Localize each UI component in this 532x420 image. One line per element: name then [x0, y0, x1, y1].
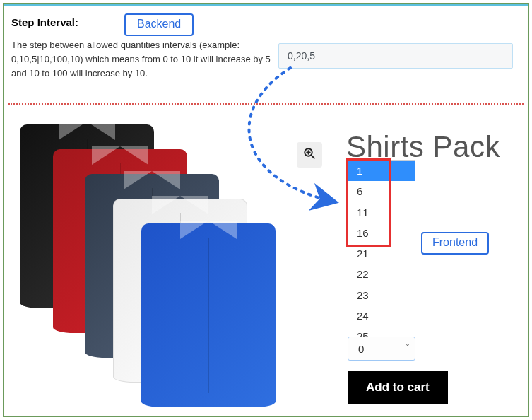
list-item[interactable]: 1 [348, 161, 415, 181]
list-item[interactable]: 11 [348, 202, 415, 223]
list-item[interactable]: 23 [348, 285, 415, 305]
magnifier-plus-icon [303, 147, 316, 163]
step-interval-label: Step Interval: [11, 16, 516, 28]
backend-badge: Backend [124, 13, 194, 36]
list-item[interactable]: 6 [348, 181, 415, 202]
shirt-blue [141, 223, 276, 407]
chevron-down-icon: ˇ [406, 344, 409, 354]
list-item[interactable]: 16 [348, 223, 415, 243]
backend-section: Step Interval: The step between allowed … [4, 4, 528, 102]
product-image [14, 124, 290, 414]
list-item[interactable]: 22 [348, 264, 415, 284]
step-interval-input[interactable] [278, 43, 513, 69]
section-divider [8, 103, 524, 105]
list-item[interactable]: 24 [348, 305, 415, 326]
product-title: Shirts Pack [346, 130, 500, 164]
quantity-value: 0 [358, 343, 364, 355]
svg-line-1 [312, 156, 314, 158]
list-item[interactable]: 21 [348, 243, 415, 264]
step-interval-help: The step between allowed quantities inte… [11, 38, 273, 81]
add-to-cart-button[interactable]: Add to cart [348, 371, 448, 404]
zoom-button[interactable] [297, 142, 322, 168]
frontend-badge: Frontend [421, 232, 489, 255]
quantity-select[interactable]: 0 ˇ [348, 337, 415, 361]
